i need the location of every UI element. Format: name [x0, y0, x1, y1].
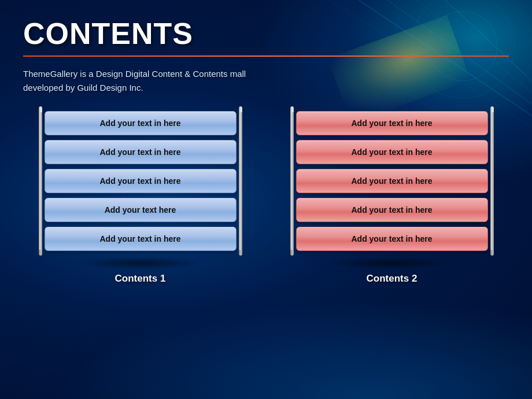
subtitle: ThemeGallery is a Design Digital Content… — [23, 67, 509, 95]
column-2: Add your text in here Add your text in h… — [288, 106, 496, 285]
pole-body-right-1 — [239, 112, 242, 250]
page-content: CONTENTS ThemeGallery is a Design Digita… — [0, 0, 532, 399]
column-1-label: Contents 1 — [115, 273, 166, 285]
bar-1-5[interactable]: Add your text in here — [45, 227, 237, 251]
pole-body-right-2 — [490, 112, 494, 250]
pole-top-cap-left-1 — [39, 106, 42, 112]
pole-top-cap-right-1 — [239, 106, 242, 112]
columns-container: Add your text in here Add your text in h… — [23, 106, 509, 285]
base-shadow-2 — [328, 257, 456, 269]
pole-right-1 — [237, 106, 245, 256]
divider-line — [23, 56, 509, 57]
pole-bottom-cap-right-1 — [239, 250, 242, 256]
bar-2-2[interactable]: Add your text in here — [296, 140, 488, 164]
column-2-label: Contents 2 — [367, 273, 418, 285]
pole-container-2: Add your text in here Add your text in h… — [288, 106, 496, 256]
pole-body-left-2 — [290, 112, 294, 250]
pole-left-1 — [36, 106, 45, 256]
bars-stack-1: Add your text in here Add your text in h… — [45, 106, 237, 256]
bars-stack-2: Add your text in here Add your text in h… — [296, 106, 488, 256]
bar-2-1[interactable]: Add your text in here — [296, 111, 488, 135]
pole-top-cap-right-2 — [490, 106, 494, 112]
pole-top-cap-left-2 — [290, 106, 294, 112]
bar-1-3[interactable]: Add your text in here — [45, 169, 237, 193]
bar-1-4[interactable]: Add your text here — [45, 198, 237, 222]
pole-container-1: Add your text in here Add your text in h… — [36, 106, 245, 256]
column-1: Add your text in here Add your text in h… — [36, 106, 245, 285]
pole-bottom-cap-left-1 — [39, 250, 42, 256]
bar-2-5[interactable]: Add your text in here — [296, 227, 488, 251]
pole-right-2 — [488, 106, 496, 256]
page-title: CONTENTS — [23, 16, 509, 51]
pole-bottom-cap-left-2 — [290, 250, 294, 256]
bar-1-2[interactable]: Add your text in here — [45, 140, 237, 164]
bar-2-4[interactable]: Add your text in here — [296, 198, 488, 222]
bar-1-1[interactable]: Add your text in here — [45, 111, 237, 135]
pole-body-left-1 — [39, 112, 42, 250]
pole-bottom-cap-right-2 — [490, 250, 494, 256]
pole-left-2 — [288, 106, 296, 256]
bar-2-3[interactable]: Add your text in here — [296, 169, 488, 193]
base-shadow-1 — [77, 257, 204, 269]
